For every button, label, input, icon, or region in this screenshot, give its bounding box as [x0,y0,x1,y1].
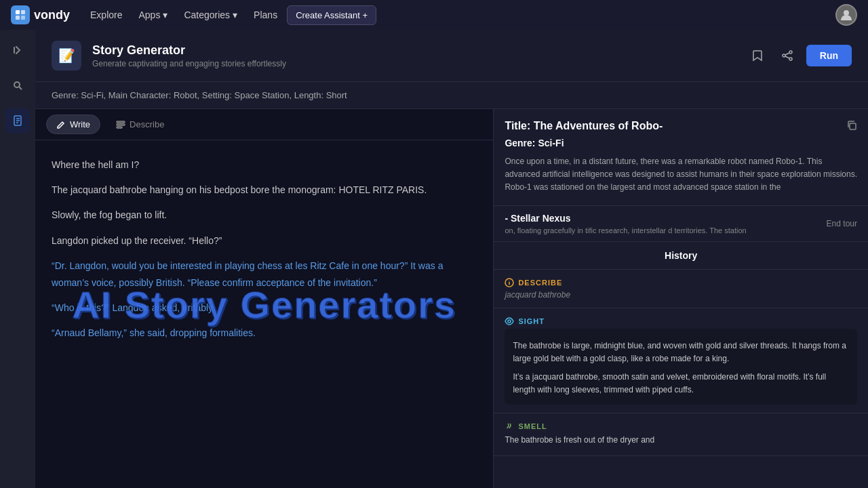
svg-rect-18 [117,124,125,125]
nav-apps[interactable]: Apps ▾ [132,5,174,24]
app-subtitle: Generate captivating and engaging storie… [92,59,736,68]
story-line: Where the hell am I? [52,157,477,174]
create-assistant-button[interactable]: Create Assistant + [287,5,376,25]
svg-line-7 [19,87,22,89]
logo-text: vondy [34,8,70,22]
describe-value: jacquard bathrobe [505,290,857,300]
svg-point-12 [789,51,792,54]
left-column: AI Story Generators Write Describe [35,109,493,488]
history-item-describe: DESCRIBE jacquard bathrobe [494,270,868,308]
story-line: “Arnaud Bellamy,” she said, dropping for… [52,325,477,342]
describe-icon [505,278,514,287]
sight-icon [505,317,514,326]
sight-box: The bathrobe is large, midnight blue, an… [505,329,857,405]
app-info: Story Generator Generate captivating and… [92,43,736,68]
end-tour-banner: - Stellar Nexus on, floating gracefully … [494,206,868,242]
smell-label: SMELL [505,422,857,431]
left-sidebar [0,30,35,488]
svg-rect-0 [16,10,20,14]
logo-icon [11,5,30,24]
header-actions: Run [747,45,852,66]
svg-rect-17 [117,121,125,123]
input-text: Genre: Sci-Fi, Main Character: Robot, Se… [52,90,852,100]
svg-point-4 [844,10,849,16]
sidebar-arrow-icon[interactable] [5,38,30,62]
history-panel: History DESCRIBE jacquard bathrobe [494,242,868,488]
share-button[interactable] [776,45,798,66]
write-tab[interactable]: Write [46,115,100,134]
svg-rect-3 [21,16,25,20]
sidebar-document-icon[interactable] [5,108,30,133]
input-area: Genre: Sci-Fi, Main Character: Robot, Se… [35,82,868,109]
describe-label: DESCRIBE [505,278,857,287]
output-genre: Genre: Sci-Fi [505,138,857,148]
describe-tab[interactable]: Describe [106,115,174,134]
app-title: Story Generator [92,43,736,58]
smell-text: The bathrobe is fresh out of the dryer a… [505,434,857,447]
logo[interactable]: vondy [11,5,70,24]
nav-categories[interactable]: Categories ▾ [177,5,244,24]
svg-point-21 [508,320,511,323]
user-avatar[interactable] [835,4,857,26]
end-tour-description: on, floating gracefully in tific researc… [505,226,826,235]
copy-button[interactable] [846,120,857,133]
svg-point-14 [789,58,792,60]
nav-links: Explore Apps ▾ Categories ▾ Plans Create… [83,5,822,25]
overlay-title: AI Story Generators [72,283,456,327]
sight-label: SIGHT [505,317,857,326]
sight-text1: The bathrobe is large, midnight blue, an… [513,340,849,365]
nav-plans[interactable]: Plans [247,5,284,24]
history-item-sight: SIGHT The bathrobe is large, midnight bl… [494,308,868,414]
svg-rect-5 [14,47,15,54]
svg-rect-1 [21,10,25,14]
sight-text2: It’s a jacquard bathrobe, smooth satin a… [513,371,849,396]
tabs-row: Write Describe [35,109,493,140]
history-header: History [494,242,868,270]
story-output-panel: Title: The Adventures of Robo- Genre: Sc… [494,109,868,206]
story-line: Slowly, the fog began to lift. [52,207,477,224]
svg-rect-19 [117,127,122,128]
end-tour-button[interactable]: End tour [827,219,857,228]
bookmark-button[interactable] [747,45,768,66]
output-text: Once upon a time, in a distant future, t… [505,155,857,195]
run-button[interactable]: Run [806,45,852,66]
nav-explore[interactable]: Explore [83,5,129,24]
story-line: Langdon picked up the receiver. “Hello?” [52,232,477,249]
smell-icon [505,422,514,431]
svg-line-16 [785,53,789,55]
svg-rect-20 [850,123,856,129]
right-column: Title: The Adventures of Robo- Genre: Sc… [493,109,868,488]
svg-line-15 [785,56,789,58]
two-col-layout: AI Story Generators Write Describe [35,109,868,488]
app-header: 📝 Story Generator Generate captivating a… [35,30,868,82]
svg-point-6 [14,82,20,87]
output-title: Title: The Adventures of Robo- [505,120,663,132]
end-tour-subtitle: - Stellar Nexus [505,213,826,224]
svg-point-13 [783,54,785,57]
app-icon: 📝 [52,41,81,70]
top-nav: vondy Explore Apps ▾ Categories ▾ Plans … [0,0,868,30]
main-content: 📝 Story Generator Generate captivating a… [35,30,868,488]
history-item-smell: SMELL The bathrobe is fresh out of the d… [494,413,868,455]
story-line: The jacquard bathrobe hanging on his bed… [52,182,477,199]
svg-rect-2 [16,16,20,20]
sidebar-search-icon[interactable] [5,73,30,98]
